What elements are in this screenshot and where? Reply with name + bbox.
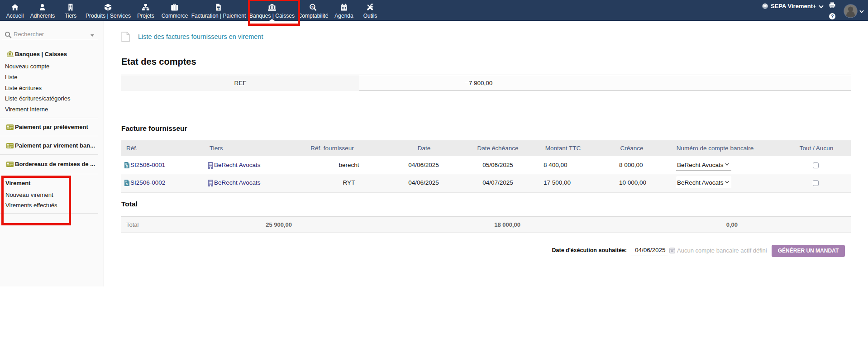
svg-text:$: $ — [126, 182, 128, 186]
svg-text:€: € — [312, 5, 314, 9]
svg-text:?: ? — [831, 14, 834, 19]
svg-text:$: $ — [126, 165, 128, 168]
